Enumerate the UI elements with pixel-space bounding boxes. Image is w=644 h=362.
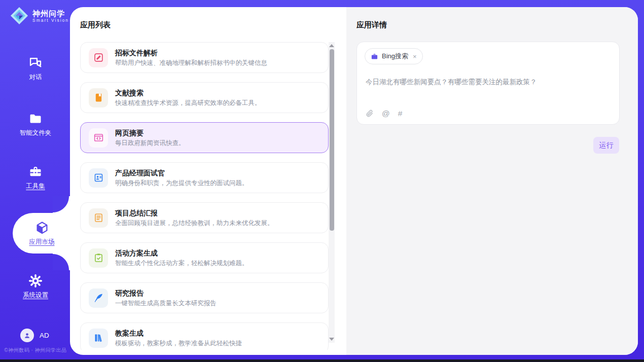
books-icon bbox=[89, 329, 108, 348]
scroll-up-icon[interactable] bbox=[329, 44, 334, 47]
app-list-panel: 应用列表 招标文件解析 帮助用户快速、准确地理解和解析招标书中的关键信息 文献搜… bbox=[70, 7, 346, 355]
sidebar-item-label: 对话 bbox=[0, 73, 71, 82]
diamond-logo-icon bbox=[10, 7, 28, 25]
app-card-研究报告[interactable]: 研究报告 一键智能生成高质量长文本研究报告 bbox=[80, 282, 329, 313]
app-card-title: 活动方案生成 bbox=[115, 249, 248, 258]
bottom-edge-bar bbox=[0, 359, 644, 362]
app-card-description: 模板驱动，教案秒成，教学准备从此轻松快捷 bbox=[115, 340, 242, 347]
chip-close-icon[interactable]: × bbox=[413, 53, 417, 60]
app-detail-title: 应用详情 bbox=[356, 20, 387, 30]
app-list: 招标文件解析 帮助用户快速、准确地理解和解析招标书中的关键信息 文献搜索 快速精… bbox=[80, 42, 329, 350]
sidebar-item-工具集[interactable]: 工具集 bbox=[0, 165, 71, 191]
run-button[interactable]: 运行 bbox=[593, 137, 619, 154]
sidebar-item-对话[interactable]: 对话 bbox=[0, 56, 71, 82]
app-card-活动方案生成[interactable]: 活动方案生成 智能生成个性化活动方案，轻松解决规划难题。 bbox=[80, 242, 329, 273]
list-scrollbar[interactable] bbox=[329, 42, 335, 343]
app-card-description: 快速精准查找学术资源，提高研究效率的必备工具。 bbox=[115, 99, 261, 107]
avatar[interactable] bbox=[20, 329, 34, 342]
app-card-网页摘要[interactable]: 网页摘要 每日政府新闻资讯快查。 bbox=[80, 122, 329, 153]
sidebar-item-label: 工具集 bbox=[0, 182, 71, 191]
briefcase-icon bbox=[371, 53, 378, 60]
user-initials: AD bbox=[40, 332, 49, 339]
folder-icon bbox=[28, 112, 43, 126]
gear-icon bbox=[28, 274, 43, 288]
sidebar: 神州问学 Smart Vision 对话智能文件夹工具集应用市场系统设置 AD … bbox=[0, 0, 71, 362]
prompt-card: Bing搜索 × 今日湖北有哪些新闻要点？有哪些需要关注的最新政策？ @# bbox=[356, 42, 620, 125]
composer-toolbar: @# bbox=[366, 110, 402, 118]
paperclip-icon[interactable] bbox=[366, 110, 374, 118]
app-card-title: 教案生成 bbox=[115, 329, 242, 338]
quill-icon bbox=[89, 288, 108, 308]
query-text[interactable]: 今日湖北有哪些新闻要点？有哪些需要关注的最新政策？ bbox=[366, 77, 610, 87]
brand-subtitle: Smart Vision bbox=[32, 18, 69, 23]
app-card-title: 文献搜索 bbox=[115, 89, 261, 97]
app-card-description: 明确身份和职责，为您提供专业性的面试问题。 bbox=[115, 179, 248, 187]
app-card-项目总结汇报[interactable]: 项目总结汇报 全面回顾项目进展，总结经验教训，助力未来优化发展。 bbox=[80, 202, 329, 233]
app-detail-panel: 应用详情 Bing搜索 × 今日湖北有哪些新闻要点？有哪些需要关注的最新政策？ … bbox=[346, 7, 638, 355]
sidebar-item-label: 应用市场 bbox=[29, 238, 55, 246]
app-card-产品经理面试官[interactable]: 产品经理面试官 明确身份和职责，为您提供专业性的面试问题。 bbox=[80, 162, 329, 193]
interviewer-icon bbox=[89, 168, 108, 188]
sidebar-item-应用市场[interactable]: 应用市场 bbox=[13, 213, 71, 254]
app-card-description: 全面回顾项目进展，总结经验教训，助力未来优化发展。 bbox=[115, 220, 274, 227]
hash-icon[interactable]: # bbox=[398, 110, 403, 118]
clipboard-check-icon bbox=[89, 248, 108, 268]
sidebar-item-智能文件夹[interactable]: 智能文件夹 bbox=[0, 112, 71, 137]
app-card-description: 智能生成个性化活动方案，轻松解决规划难题。 bbox=[115, 260, 248, 267]
pen-square-icon bbox=[89, 48, 108, 67]
sidebar-item-label: 系统设置 bbox=[0, 291, 71, 300]
main-container: 应用列表 招标文件解析 帮助用户快速、准确地理解和解析招标书中的关键信息 文献搜… bbox=[70, 7, 638, 355]
toolbox-icon bbox=[28, 165, 43, 179]
brand-name: 神州问学 bbox=[32, 9, 69, 18]
at-icon[interactable]: @ bbox=[382, 110, 390, 118]
app-card-title: 网页摘要 bbox=[115, 129, 185, 137]
sidebar-item-label: 智能文件夹 bbox=[0, 129, 71, 137]
app-card-description: 每日政府新闻资讯快查。 bbox=[115, 139, 185, 147]
browser-code-icon bbox=[89, 128, 108, 148]
notepad-icon bbox=[89, 208, 108, 228]
person-avatar-icon bbox=[23, 331, 31, 340]
cube-icon bbox=[34, 221, 50, 236]
app-card-title: 研究报告 bbox=[115, 289, 217, 298]
app-card-文献搜索[interactable]: 文献搜索 快速精准查找学术资源，提高研究效率的必备工具。 bbox=[80, 82, 329, 113]
app-list-title: 应用列表 bbox=[80, 20, 111, 30]
app-card-title: 项目总结汇报 bbox=[115, 209, 274, 218]
brand-logo: 神州问学 Smart Vision bbox=[10, 7, 69, 25]
book-icon bbox=[89, 88, 108, 107]
copyright-footer: ©神州数码 · 神州问学出品 bbox=[0, 347, 71, 354]
user-row[interactable]: AD bbox=[20, 329, 49, 342]
scroll-down-icon[interactable] bbox=[329, 338, 334, 341]
chat-icon bbox=[28, 56, 43, 70]
app-card-description: 一键智能生成高质量长文本研究报告 bbox=[115, 300, 217, 307]
app-card-教案生成[interactable]: 教案生成 模板驱动，教案秒成，教学准备从此轻松快捷 bbox=[80, 322, 329, 350]
sidebar-item-系统设置[interactable]: 系统设置 bbox=[0, 274, 71, 300]
scrollbar-thumb[interactable] bbox=[330, 49, 334, 231]
app-card-description: 帮助用户快速、准确地理解和解析招标书中的关键信息 bbox=[115, 59, 267, 67]
app-card-招标文件解析[interactable]: 招标文件解析 帮助用户快速、准确地理解和解析招标书中的关键信息 bbox=[80, 42, 329, 73]
app-card-title: 产品经理面试官 bbox=[115, 169, 248, 177]
tool-chip-bing-search[interactable]: Bing搜索 × bbox=[365, 48, 423, 64]
app-card-title: 招标文件解析 bbox=[115, 49, 267, 57]
tool-chip-label: Bing搜索 bbox=[382, 52, 408, 61]
